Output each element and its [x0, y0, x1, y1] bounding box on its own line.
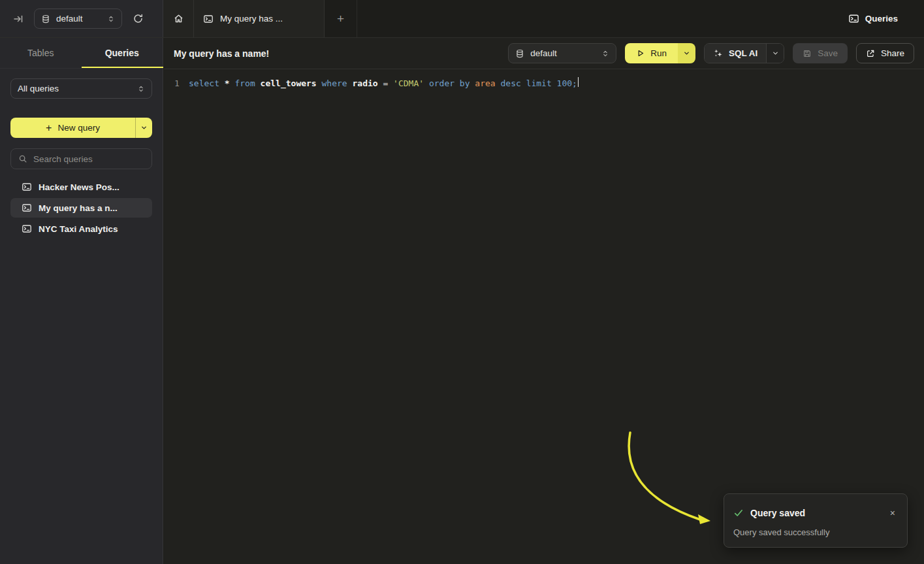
query-list-item[interactable]: NYC Taxi Analytics	[10, 219, 152, 239]
line-number: 1	[174, 77, 189, 90]
toast-message: Query saved successfully	[733, 527, 898, 537]
new-tab-button[interactable]: +	[325, 0, 357, 37]
chevron-updown-icon	[137, 85, 145, 93]
search-icon	[18, 154, 27, 163]
query-title[interactable]: My query has a name!	[174, 48, 269, 59]
new-query-main[interactable]: + New query	[10, 118, 135, 138]
query-item-label: My query has a n...	[39, 203, 118, 213]
topbar-spacer	[357, 0, 848, 37]
main-panel: My query has a name! default	[164, 38, 924, 564]
terminal-icon	[22, 224, 32, 234]
tab-tables[interactable]: Tables	[0, 38, 82, 68]
home-icon	[173, 13, 184, 24]
sql-editor[interactable]: 1 select * from cell_towers where radio …	[164, 69, 924, 90]
terminal-icon	[22, 203, 32, 213]
run-database-selector[interactable]: default	[508, 43, 616, 63]
active-tab-indicator	[82, 67, 163, 69]
toast-header: Query saved ×	[733, 507, 898, 519]
terminal-icon	[203, 14, 214, 24]
run-button-label: Run	[650, 48, 667, 58]
sql-ai-label: SQL AI	[729, 48, 757, 58]
search-queries-input[interactable]	[33, 154, 144, 164]
sql-ai-button[interactable]: SQL AI	[704, 43, 784, 63]
new-query-label: New query	[57, 123, 100, 133]
query-list: Hacker News Pos... My query has a n... N…	[10, 177, 152, 239]
share-icon	[866, 49, 875, 58]
database-selector[interactable]: default	[34, 8, 122, 29]
database-selector-value: default	[56, 14, 101, 24]
run-database-value: default	[530, 48, 596, 58]
database-icon	[515, 49, 524, 58]
run-button-main[interactable]: Run	[625, 43, 678, 63]
share-button[interactable]: Share	[856, 43, 914, 63]
queries-indicator-label: Queries	[865, 14, 898, 24]
share-button-label: Share	[881, 48, 904, 58]
chevron-down-icon	[772, 50, 779, 57]
topbar: default	[0, 0, 924, 38]
tab-label: My query has ...	[220, 14, 283, 24]
chevron-down-icon	[683, 50, 690, 57]
topbar-left-section: default	[0, 0, 163, 37]
chevron-down-icon	[140, 124, 148, 131]
toast-title: Query saved	[750, 508, 881, 518]
query-list-item-selected[interactable]: My query has a n...	[10, 198, 152, 218]
search-queries-box	[10, 148, 152, 169]
collapse-sidebar-icon[interactable]	[13, 14, 24, 24]
refresh-icon[interactable]	[133, 13, 144, 24]
new-query-dropdown[interactable]	[135, 118, 152, 138]
sql-ai-main[interactable]: SQL AI	[705, 44, 766, 63]
queries-filter-value: All queries	[18, 84, 131, 93]
save-button-label: Save	[818, 48, 838, 58]
text-cursor	[578, 77, 579, 87]
sidebar-tabs: Tables Queries	[0, 38, 163, 69]
save-button[interactable]: Save	[793, 43, 848, 63]
query-item-label: Hacker News Pos...	[39, 182, 119, 192]
query-list-item[interactable]: Hacker News Pos...	[10, 177, 152, 197]
code-line[interactable]: 1 select * from cell_towers where radio …	[174, 77, 924, 90]
run-button[interactable]: Run	[625, 43, 695, 63]
sql-ai-dropdown[interactable]	[766, 44, 784, 63]
sparkles-icon	[713, 48, 723, 58]
terminal-icon	[848, 13, 859, 24]
plus-icon: +	[337, 12, 344, 26]
sql-code[interactable]: select * from cell_towers where radio = …	[189, 77, 577, 90]
sidebar: Tables Queries All queries + New query	[0, 38, 163, 564]
new-query-button[interactable]: + New query	[10, 118, 152, 138]
terminal-icon	[22, 182, 32, 192]
toast-query-saved: Query saved × Query saved successfully	[724, 493, 908, 548]
check-icon	[733, 508, 744, 518]
save-icon	[803, 49, 812, 58]
home-tab[interactable]	[163, 0, 194, 37]
query-header: My query has a name! default	[164, 38, 924, 69]
database-icon	[41, 14, 50, 24]
run-options-dropdown[interactable]	[678, 43, 695, 63]
queries-indicator[interactable]: Queries	[848, 13, 898, 24]
chevron-updown-icon	[601, 50, 609, 58]
queries-filter-select[interactable]: All queries	[10, 78, 152, 99]
close-icon[interactable]: ×	[887, 507, 898, 519]
tab-my-query[interactable]: My query has ...	[194, 0, 325, 37]
query-item-label: NYC Taxi Analytics	[39, 224, 118, 234]
plus-icon: +	[46, 123, 52, 133]
tab-queries[interactable]: Queries	[82, 38, 163, 68]
tab-strip: My query has ... + Queries	[163, 0, 924, 37]
play-icon	[636, 49, 645, 58]
chevron-updown-icon	[107, 15, 115, 23]
